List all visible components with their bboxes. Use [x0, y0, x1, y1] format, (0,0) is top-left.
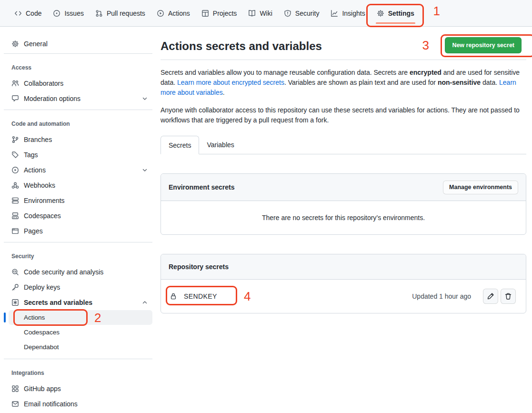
nav-tab-insights[interactable]: Insights [326, 6, 370, 20]
sidebar-divider [4, 242, 152, 242]
annotation-number-3: 3 [422, 39, 429, 51]
lock-icon [170, 292, 177, 300]
nav-tab-label: Issues [64, 10, 83, 17]
new-repository-secret-wrap: New repository secret 3 [445, 37, 522, 53]
book-icon [248, 10, 256, 17]
sidebar-item-email-notifications[interactable]: Email notifications [4, 396, 152, 412]
settings-sidebar: General Access Collaborators Moderation … [0, 27, 157, 412]
key-icon [11, 283, 19, 291]
nav-tab-wiki[interactable]: Wiki [243, 6, 277, 20]
sidebar-item-actions[interactable]: Actions [4, 162, 152, 178]
sidebar-divider [4, 359, 152, 359]
page-header: Actions secrets and variables New reposi… [161, 27, 526, 60]
sidebar-item-branches[interactable]: Branches [4, 132, 152, 147]
sidebar-item-secrets-and-variables[interactable]: Secrets and variables [4, 295, 152, 310]
issue-opened-icon [53, 10, 60, 17]
browser-icon [11, 227, 19, 235]
nav-tab-security[interactable]: Security [279, 6, 324, 20]
environment-secrets-header: Environment secrets Manage environments [161, 174, 526, 201]
environment-secrets-title: Environment secrets [169, 183, 235, 191]
sidebar-item-label: GitHub apps [24, 385, 61, 393]
sidebar-item-collaborators[interactable]: Collaborators [4, 76, 152, 91]
code-scan-icon [11, 268, 19, 276]
nav-tab-actions[interactable]: Actions [152, 6, 195, 20]
nav-tab-label: Pull requests [107, 10, 145, 17]
nav-tab-pull-requests[interactable]: Pull requests [90, 6, 150, 20]
sidebar-item-label: Email notifications [24, 400, 78, 408]
annotation-number-4: 4 [244, 290, 251, 302]
table-icon [201, 10, 209, 17]
sidebar-item-label: Actions [24, 314, 45, 321]
nav-tab-code[interactable]: Code [10, 6, 46, 20]
sidebar-divider [4, 53, 152, 54]
server-icon [11, 197, 19, 204]
webhook-icon [11, 181, 19, 189]
repo-nav: Code Issues Pull requests Actions Projec… [0, 0, 532, 27]
gear-icon [11, 40, 19, 48]
secrets-variables-tabnav: Secrets Variables [161, 136, 526, 154]
sidebar-item-label: Tags [24, 151, 38, 159]
tab-secrets[interactable]: Secrets [161, 136, 199, 154]
description-text: . Variables are shown as plain text and … [284, 79, 438, 86]
sidebar-item-github-apps[interactable]: GitHub apps [4, 381, 152, 396]
comment-discussion-icon [11, 95, 19, 102]
nav-tab-label: Security [295, 10, 320, 17]
delete-secret-button[interactable] [501, 289, 516, 304]
edit-secret-button[interactable] [483, 289, 498, 304]
nav-tab-label: Code [26, 10, 41, 17]
secret-updated-timestamp: Updated 1 hour ago [412, 292, 471, 300]
sidebar-subitem-codespaces-secrets[interactable]: Codespaces [4, 325, 152, 340]
nav-tab-label: Actions [168, 10, 190, 17]
sidebar-item-webhooks[interactable]: Webhooks [4, 178, 152, 193]
sidebar-item-label: Codespaces [24, 329, 60, 336]
description-text: data. [481, 79, 499, 86]
description-text: . [223, 89, 225, 96]
nav-tab-label: Settings [388, 10, 414, 17]
gear-icon [377, 10, 384, 17]
sidebar-item-label: Environments [24, 197, 65, 204]
tab-variables[interactable]: Variables [199, 136, 241, 154]
sidebar-item-general[interactable]: General [4, 36, 152, 51]
sidebar-divider [4, 110, 152, 110]
sidebar-item-label: Webhooks [24, 181, 55, 189]
pencil-icon [487, 292, 494, 300]
mail-icon [11, 400, 19, 408]
sidebar-subitem-actions-secrets[interactable]: Actions 2 [9, 310, 152, 325]
secret-row-sendkey: SENDKEY 4 Updated 1 hour ago [161, 280, 526, 313]
active-tab-underline [376, 22, 415, 24]
sidebar-item-label: Deploy keys [24, 283, 60, 291]
sidebar-item-codespaces[interactable]: Codespaces [4, 208, 152, 223]
trash-icon [504, 292, 512, 300]
sidebar-item-code-security[interactable]: Code security and analysis [4, 264, 152, 280]
nav-tab-label: Wiki [260, 10, 272, 17]
sidebar-subitem-dependabot-secrets[interactable]: Dependabot [4, 340, 152, 354]
sidebar-item-tags[interactable]: Tags [4, 147, 152, 162]
manage-environments-button[interactable]: Manage environments [443, 181, 518, 194]
sidebar-item-moderation-options[interactable]: Moderation options [4, 91, 152, 106]
new-repository-secret-button[interactable]: New repository secret [445, 37, 522, 53]
nav-tab-label: Projects [213, 10, 237, 17]
nav-tab-issues[interactable]: Issues [48, 6, 88, 20]
git-pull-request-icon [95, 10, 103, 17]
environment-secrets-panel: Environment secrets Manage environments … [161, 173, 526, 235]
git-branch-icon [11, 136, 19, 143]
chevron-up-icon [141, 299, 149, 306]
sidebar-item-environments[interactable]: Environments [4, 193, 152, 208]
sidebar-section-security: Security [0, 253, 157, 260]
nav-tab-projects[interactable]: Projects [197, 6, 242, 20]
description-text: Secrets and variables allow you to manag… [161, 69, 410, 76]
environment-secrets-empty-text: There are no secrets for this repository… [161, 201, 526, 234]
sidebar-item-label: Moderation options [24, 95, 80, 102]
learn-more-encrypted-secrets-link[interactable]: Learn more about encrypted secrets [177, 79, 284, 86]
nav-tab-settings[interactable]: Settings 1 [372, 6, 419, 20]
sidebar-item-label: General [24, 40, 48, 48]
sidebar-item-deploy-keys[interactable]: Deploy keys [4, 280, 152, 295]
sidebar-item-pages[interactable]: Pages [4, 223, 152, 239]
description-bold: encrypted [410, 69, 442, 76]
tag-icon [11, 151, 19, 159]
repository-secrets-panel: Repository secrets SENDKEY 4 Updated 1 h… [161, 254, 526, 313]
sidebar-item-label: Collaborators [24, 80, 63, 87]
repository-secrets-header: Repository secrets [161, 254, 526, 280]
annotation-number-2: 2 [94, 312, 101, 324]
people-icon [11, 80, 19, 87]
